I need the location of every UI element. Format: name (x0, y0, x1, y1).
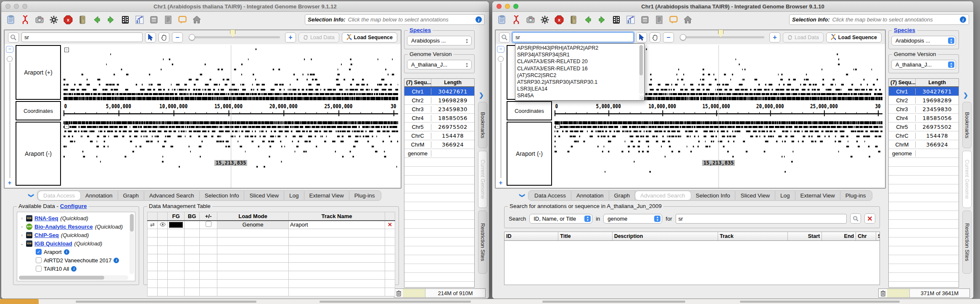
side-tab-restriction-sites[interactable]: Restriction Sites (478, 211, 487, 274)
sequence-row-Chr4[interactable]: Chr418585056 (404, 114, 474, 123)
tree-vertical-scrollbar[interactable] (129, 214, 134, 274)
side-tab-restriction-sites[interactable]: Restriction Sites (962, 211, 972, 274)
result-column-description[interactable]: Description (613, 232, 718, 240)
tab-log[interactable]: Log (775, 191, 795, 200)
sequence-row-ChrM[interactable]: ChrM366924 (889, 140, 959, 149)
refresh-column-header[interactable] (148, 212, 158, 221)
data-source-link[interactable]: IGB Quickload (34, 240, 72, 247)
delete-track-icon[interactable]: ✕ (385, 221, 395, 229)
result-column-end[interactable]: End (822, 232, 856, 240)
garbage-collect-icon[interactable] (394, 290, 403, 296)
expand-side-panel-icon[interactable]: ❯ (479, 92, 484, 99)
expander-icon[interactable]: › (20, 216, 24, 221)
film-strip-icon[interactable] (611, 14, 621, 25)
search-icon-button[interactable] (8, 32, 19, 43)
tab-sliced-view[interactable]: Sliced View (735, 191, 775, 200)
camera-export-icon[interactable] (525, 14, 536, 25)
notes-list-icon[interactable] (654, 14, 664, 25)
stop-icon[interactable]: x (63, 14, 73, 25)
info-icon[interactable]: i (71, 266, 77, 272)
side-tab-bookmarks[interactable]: Bookmarks (478, 102, 487, 148)
stop-icon[interactable]: x (554, 14, 564, 25)
result-column-id[interactable]: ID (505, 232, 558, 240)
tab-data-access[interactable]: Data Access (529, 191, 571, 200)
track-label-araport-minus[interactable]: Araport (-) (507, 122, 552, 186)
result-column-chr[interactable]: Chr (856, 232, 876, 240)
dataset-row[interactable]: AtRTD2 Vaneechoutte 2017i (20, 256, 129, 264)
side-tab-current-genome[interactable]: Current Genome (962, 151, 972, 208)
track-name-cell[interactable]: Araport (289, 221, 385, 229)
collapse-track-icon[interactable]: − (555, 124, 560, 129)
vertical-zoom-in-button[interactable]: + (499, 179, 503, 186)
track-label-coordinates[interactable]: Coordinates (507, 101, 552, 120)
refresh-icon[interactable]: ⇄ (148, 221, 158, 229)
suggestion-item[interactable]: APSR|PRH43|PRH|ATAPR2|APR2 (517, 45, 638, 51)
tab-annotation[interactable]: Annotation (571, 191, 609, 200)
tab-log[interactable]: Log (284, 191, 304, 200)
sequence-column-header[interactable]: (7) Sequ... (889, 79, 916, 86)
load-mode-cell[interactable]: Genome (217, 221, 289, 229)
configure-link[interactable]: Configure (60, 203, 87, 209)
run-search-button[interactable] (850, 213, 861, 224)
suggestion-item[interactable]: LSR3|LEA14 (517, 85, 638, 92)
sequence-row-Chr5[interactable]: Chr526975502 (889, 123, 959, 131)
camera-export-icon[interactable] (34, 14, 45, 25)
species-link[interactable]: Species (894, 27, 915, 33)
load-data-button[interactable]: Load Data (298, 32, 339, 43)
suggestion-item[interactable]: SRP34|ATSRP34|SR1 (517, 51, 638, 58)
suggestion-item[interactable]: CLAVATA3/ESR-RELATED 16 (517, 65, 638, 72)
length-column-header[interactable]: Length (431, 79, 474, 86)
track-row[interactable]: ⇄GenomeAraport✕ (148, 221, 395, 229)
genome-search-input[interactable] (21, 32, 143, 42)
suggestions-scrollbar[interactable] (639, 45, 643, 94)
vertical-zoom-out-button[interactable]: − (6, 46, 13, 53)
search-scope-selector[interactable]: genome ▲▼ (603, 214, 662, 224)
foreground-color-cell[interactable] (168, 221, 185, 229)
sequence-column-header[interactable]: (7) Sequ... (404, 79, 431, 86)
sequence-row-Chr2[interactable]: Chr219698289 (404, 96, 474, 105)
load-sequence-button[interactable]: Load Sequence (826, 32, 882, 43)
dataset-row[interactable]: ✓Araporti (20, 248, 129, 256)
info-icon[interactable]: i (475, 16, 482, 23)
dataset-checkbox[interactable] (36, 257, 42, 263)
result-column-start[interactable]: Start (788, 232, 822, 240)
length-column-header[interactable]: Length (916, 79, 959, 86)
clear-search-button[interactable]: ✕ (864, 213, 875, 224)
vertical-zoom-slider[interactable]: − + (496, 44, 506, 188)
expand-side-panel-icon[interactable]: ❯ (963, 92, 968, 99)
info-icon[interactable]: i (960, 16, 966, 23)
home-icon[interactable] (191, 14, 202, 25)
resize-grip[interactable] (639, 96, 644, 100)
slides-icon[interactable] (639, 14, 650, 25)
dna-sequence-icon[interactable] (20, 14, 30, 25)
track-label-araport-minus[interactable]: Araport (-) (16, 122, 61, 186)
dataset-checkbox[interactable] (36, 266, 42, 272)
pan-hand-button[interactable] (650, 32, 660, 43)
data-source-link[interactable]: RNA-Seq (34, 215, 58, 221)
sequence-row-ChrC[interactable]: ChrC154478 (889, 131, 959, 140)
zoom-in-button[interactable]: + (769, 32, 780, 43)
back-icon[interactable] (582, 14, 593, 25)
data-source-row[interactable]: ⌄IGBIGB Quickload (Quickload) (20, 239, 129, 248)
tab-advanced-search[interactable]: Advanced Search (144, 191, 200, 200)
genome-search-input[interactable] (512, 32, 634, 42)
data-source-link[interactable]: Bio-Analytic Resource (34, 224, 93, 230)
track-label-coordinates[interactable]: Coordinates (16, 101, 61, 120)
tab-external-view[interactable]: External View (304, 191, 349, 200)
search-icon-button[interactable] (499, 32, 510, 43)
collapse-tabs-icon[interactable]: ❯ (28, 193, 34, 198)
data-source-row[interactable]: ›BARBio-Analytic Resource (Quickload) (20, 222, 129, 231)
tab-data-access[interactable]: Data Access (38, 191, 80, 200)
zoom-slider[interactable] (185, 32, 283, 43)
genome-plot[interactable]: − 05,000,00010,000,00015,000,00020,000,0… (63, 45, 398, 188)
zoom-slider-thumb[interactable] (189, 34, 195, 40)
collapse-track-icon[interactable]: − (64, 48, 69, 52)
address-book-icon[interactable] (568, 14, 578, 25)
visibility-column-header[interactable] (158, 212, 168, 221)
species-link[interactable]: Species (409, 27, 431, 33)
open-file-icon[interactable] (5, 14, 16, 25)
result-column-track[interactable]: Track (718, 232, 788, 240)
data-source-row[interactable]: ›IGBChIP-Seq (Quickload) (20, 231, 129, 239)
tab-plug-ins[interactable]: Plug-ins (349, 191, 380, 200)
forward-icon[interactable] (106, 14, 116, 25)
